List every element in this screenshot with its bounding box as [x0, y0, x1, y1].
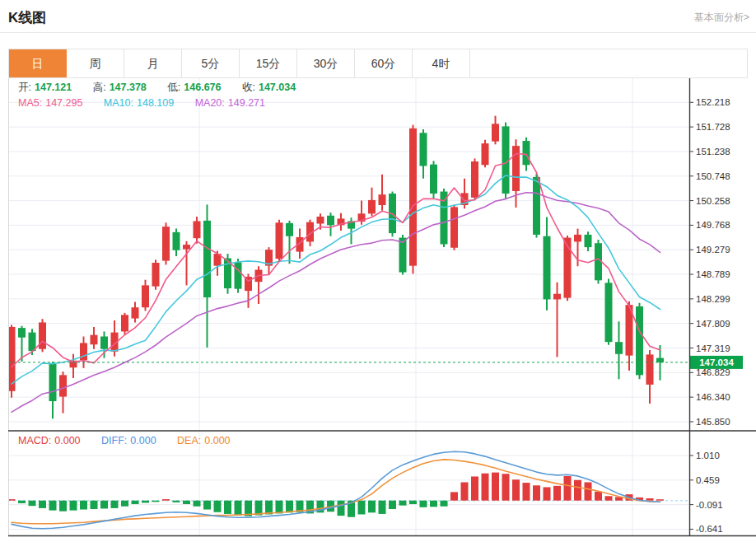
tab-30min[interactable]: 30分 [297, 49, 355, 77]
macd-histogram-bar [152, 501, 160, 502]
candle-body [194, 221, 201, 238]
candle-body [450, 207, 458, 247]
tab-daily[interactable]: 日 [9, 49, 67, 77]
macd-histogram-bar [656, 499, 664, 501]
price-axis-label: 150.748 [696, 171, 730, 181]
candle-body [553, 294, 561, 300]
macd-histogram-bar [111, 501, 119, 508]
kline-widget: K线图 基本面分析> 日 周 月 5分 15分 30分 60分 4时 152.2… [0, 0, 756, 542]
macd-histogram-bar [399, 501, 407, 506]
price-axis-label: 147.809 [696, 319, 730, 329]
macd-histogram-bar [59, 501, 67, 512]
price-axis-label: 149.279 [696, 245, 730, 255]
candle-body [39, 322, 46, 348]
candle-body [327, 216, 334, 226]
candle-body [585, 235, 592, 247]
macd-histogram-bar [368, 501, 376, 513]
candle-body [492, 124, 499, 141]
candle-body [59, 375, 67, 396]
candle-body [409, 128, 417, 266]
candle-body [615, 342, 623, 354]
macd-histogram-bar [450, 492, 458, 500]
candle-body [430, 165, 437, 194]
candle-body [286, 223, 293, 236]
macd-histogram-bar [18, 501, 26, 503]
macd-histogram-bar [523, 483, 530, 501]
macd-histogram-bar [574, 480, 581, 501]
candle-body [605, 283, 613, 342]
candle-body [523, 141, 530, 165]
candle-body [482, 143, 489, 165]
price-axis-label: 146.829 [696, 367, 730, 377]
candle-body [646, 354, 654, 385]
tab-bar-filler [470, 49, 747, 77]
macd-histogram-bar [183, 501, 190, 504]
candle-body [91, 335, 98, 345]
candle-body [173, 232, 180, 250]
price-axis-label: 150.258 [696, 196, 730, 206]
tab-weekly[interactable]: 周 [67, 49, 124, 77]
macd-histogram-bar [70, 501, 77, 511]
macd-histogram-bar [100, 501, 108, 509]
tab-60min[interactable]: 60分 [355, 49, 413, 77]
macd-histogram-bar [203, 501, 211, 510]
candle-body [420, 133, 427, 166]
macd-histogram-bar [544, 487, 551, 500]
macd-axis-label: -0.091 [696, 500, 723, 510]
candle-body [574, 235, 581, 242]
diff-line [12, 451, 660, 529]
macd-histogram-bar [492, 473, 499, 501]
macd-histogram-bar [595, 492, 602, 501]
macd-histogram-bar [441, 501, 448, 507]
macd-histogram-bar [605, 496, 613, 500]
candle-body [18, 328, 26, 338]
macd-histogram-bar [502, 474, 510, 500]
candle-body [276, 222, 283, 259]
candle-body [142, 285, 149, 307]
header: K线图 基本面分析> [0, 0, 756, 33]
candle-body [152, 263, 160, 287]
candle-body [441, 192, 448, 245]
macd-histogram-bar [420, 501, 427, 507]
candle-body [368, 200, 376, 213]
candle-body [317, 217, 324, 224]
macd-histogram-bar [235, 501, 242, 516]
macd-axis-label: -0.641 [696, 524, 723, 534]
price-axis-label: 152.218 [696, 97, 730, 107]
macd-axis-label: 1.010 [696, 451, 720, 460]
macd-histogram-bar [389, 501, 396, 509]
candle-body [132, 307, 139, 318]
macd-histogram-bar [461, 483, 469, 501]
macd-axis-label: 0.459 [696, 475, 720, 485]
macd-histogram-bar [214, 501, 222, 512]
macd-histogram-bar [430, 501, 437, 507]
macd-histogram-bar [162, 499, 170, 501]
macd-histogram-bar [8, 499, 16, 501]
macd-histogram-bar [142, 501, 149, 503]
macd-histogram-bar [173, 501, 180, 502]
candle-body [203, 221, 211, 297]
candle-body [471, 161, 478, 198]
macd-histogram-bar [49, 501, 57, 511]
macd-histogram-bar [585, 483, 592, 501]
candle-body [29, 333, 36, 352]
fundamental-analysis-link[interactable]: 基本面分析> [694, 11, 749, 25]
price-axis-label: 146.340 [696, 392, 730, 402]
ma10-line [12, 175, 660, 384]
price-axis-label: 147.319 [696, 343, 730, 353]
macd-histogram-bar [276, 501, 283, 514]
candle-body [121, 315, 128, 331]
macd-histogram-bar [224, 501, 231, 514]
tab-4hour[interactable]: 4时 [413, 49, 470, 77]
tab-5min[interactable]: 5分 [182, 49, 240, 77]
price-axis-label: 148.789 [696, 269, 730, 279]
macd-histogram-bar [564, 476, 572, 501]
candle-body [533, 177, 540, 235]
macd-histogram-bar [194, 501, 201, 507]
tab-monthly[interactable]: 月 [124, 49, 182, 77]
tab-15min[interactable]: 15分 [240, 49, 297, 77]
ma5-line [12, 154, 660, 367]
last-close-badge-text: 147.034 [699, 357, 734, 367]
kline-chart-svg[interactable]: 152.218151.728151.238150.748150.258149.7… [8, 78, 756, 542]
macd-histogram-bar [80, 501, 87, 510]
